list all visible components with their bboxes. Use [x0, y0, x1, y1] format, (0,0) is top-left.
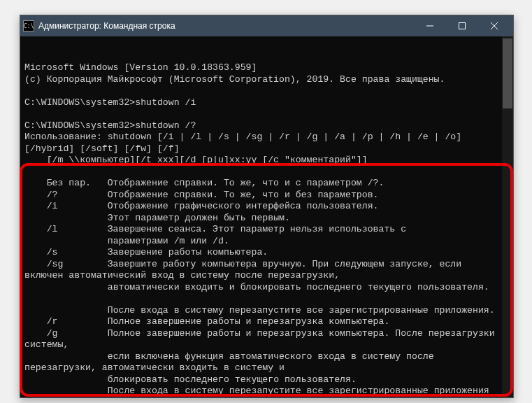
- minimize-button[interactable]: [414, 15, 446, 36]
- svg-rect-1: [459, 23, 466, 29]
- cmd-window: C:\ Администратор: Командная строка Micr…: [20, 15, 514, 398]
- cmd-icon: C:\: [23, 20, 34, 31]
- usage-text-1: Использование: shutdown [/i | /l | /s | …: [24, 132, 467, 154]
- help-g1: /g Полное завершение работы и перезагруз…: [24, 328, 501, 351]
- scrollbar[interactable]: [502, 36, 513, 397]
- usage-text-2: [/m \\компьютер][/t xxx][/d [p|u]xx:yy […: [24, 155, 368, 165]
- help-g2: если включена функция автоматического вх…: [24, 351, 440, 374]
- help-q: /? Отображение справки. То же, что и без…: [24, 190, 378, 200]
- close-button[interactable]: [478, 15, 510, 36]
- window-title: Администратор: Командная строка: [38, 21, 414, 31]
- prompt-line-1: C:\WINDOWS\system32>shutdown /i: [24, 97, 196, 108]
- help-i1: /i Отображение графического интерфейса п…: [24, 201, 378, 211]
- help-r: /r Полное завершение работы и перезагруз…: [24, 316, 389, 327]
- help-l1: /l Завершение сеанса. Этот параметр нель…: [24, 224, 406, 234]
- help-l2: параметрами /m или /d.: [24, 236, 229, 246]
- help-g4: После входа в систему перезапустите все …: [24, 386, 489, 396]
- terminal-output: Microsoft Windows [Version 10.0.18363.95…: [24, 62, 509, 397]
- window-controls: [414, 15, 510, 36]
- maximize-button[interactable]: [446, 15, 478, 36]
- titlebar: C:\ Администратор: Командная строка: [20, 15, 513, 36]
- help-g3: блокировать последнего текущего пользова…: [24, 374, 357, 385]
- scrollbar-thumb[interactable]: [503, 38, 512, 108]
- help-sg2: автоматически входить и блокировать посл…: [24, 282, 489, 292]
- prompt-line-2: C:\WINDOWS\system32>shutdown /?: [24, 120, 196, 131]
- help-sg1: /sg Завершите работу компьютера вручную.…: [24, 259, 467, 281]
- help-s: /s Завершение работы компьютера.: [24, 247, 268, 257]
- terminal-area[interactable]: Microsoft Windows [Version 10.0.18363.95…: [20, 36, 513, 397]
- version-text: Microsoft Windows [Version 10.0.18363.95…: [24, 62, 257, 73]
- help-sg3: После входа в систему перезапустите все …: [24, 305, 495, 316]
- help-i2: Этот параметр должен быть первым.: [24, 213, 290, 223]
- copyright-text: (c) Корпорация Майкрософт (Microsoft Cor…: [24, 74, 445, 85]
- help-nopar: Без пар. Отображение справки. То же, что…: [24, 178, 384, 188]
